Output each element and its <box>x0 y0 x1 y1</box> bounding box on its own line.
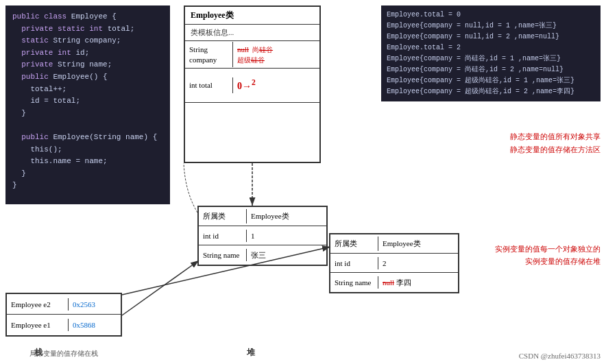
code-line-7: total++; <box>12 84 163 96</box>
stack-value-e1: 0x5868 <box>69 319 121 331</box>
instance-box-2: 所属类 Employee类 int id 2 String name null … <box>329 233 459 293</box>
code-line-12: this(); <box>12 144 163 156</box>
instance-note-2: 实例变量的值存储在堆 <box>463 255 601 268</box>
instance2-name-label: String name <box>330 276 378 289</box>
output-line-4: Employee.total = 2 <box>387 43 595 53</box>
stack-label-e2: Employee e2 <box>7 298 69 311</box>
total-value: 0→2 <box>233 76 319 95</box>
code-line-6: public Employee() { <box>12 71 163 84</box>
output-line-5: Employee{company = 尚硅谷,id = 1 ,name=张三} <box>387 53 595 64</box>
stack-value-e2: 0x2563 <box>69 298 121 311</box>
instance1-id-label: int id <box>199 230 247 242</box>
instance1-name-label: String name <box>199 249 247 261</box>
code-line-9: } <box>12 108 163 120</box>
code-line-14: } <box>12 168 163 180</box>
class-diagram: Employee类 类模板信息... Stringcompany null 尚硅… <box>184 5 321 163</box>
code-line-11: public Employee(String name) { <box>12 132 163 144</box>
instance1-name-value: 张三 <box>247 248 326 263</box>
class-subtitle: 类模板信息... <box>185 25 319 41</box>
stack-panel: Employee e2 0x2563 Employee e1 0x5868 <box>5 293 122 337</box>
output-line-3: Employee{company = null,id = 2 ,name=nul… <box>387 32 595 43</box>
instance2-class-label: 所属类 <box>330 236 378 251</box>
instance-note-1: 实例变量的值每一个对象独立的 <box>463 243 601 256</box>
instance1-class-value: Employee类 <box>247 209 326 223</box>
instance2-class-row: 所属类 Employee类 <box>330 234 458 254</box>
code-line-13: this.name = name; <box>12 156 163 168</box>
class-title: Employee类 <box>185 7 319 25</box>
instance2-id-value: 2 <box>378 257 458 269</box>
code-line-2: private static int total; <box>12 23 163 36</box>
code-line-10 <box>12 119 163 132</box>
output-line-7: Employee{company = 超级尚硅谷,id = 1 ,name=张三… <box>387 75 595 86</box>
code-line-5: private String name; <box>12 59 163 71</box>
instance-notes: 实例变量的值每一个对象独立的 实例变量的值存储在堆 <box>463 243 601 268</box>
stack-row-e2: Employee e2 0x2563 <box>7 294 121 315</box>
code-panel: public class Employee { private static i… <box>5 5 170 204</box>
instance1-name-row: String name 张三 <box>199 245 326 265</box>
stack-sublabel: 局部变量的值存储在栈 <box>5 349 122 359</box>
instance1-id-row: int id 1 <box>199 226 326 245</box>
stack-label-e1: Employee e1 <box>7 319 69 331</box>
heap-label: 堆 <box>247 347 255 359</box>
instance2-name-value: null 李四 <box>378 276 458 290</box>
svg-line-1 <box>122 260 199 315</box>
stack-box: Employee e2 0x2563 Employee e1 0x5868 <box>5 293 122 337</box>
instance2-id-row: int id 2 <box>330 254 458 273</box>
instance2-class-value: Employee类 <box>378 236 458 251</box>
code-line-8: id = total; <box>12 95 163 108</box>
code-line-4: private int id; <box>12 47 163 60</box>
output-line-8: Employee{company = 超级尚硅谷,id = 2 ,name=李四… <box>387 86 595 97</box>
code-line-15: } <box>12 180 163 192</box>
static-note-2: 静态变量的值存储在方法区 <box>381 143 601 156</box>
static-note-1: 静态变量的值所有对象共享 <box>381 130 601 143</box>
total-label: int total <box>185 77 233 93</box>
output-panel: Employee.total = 0 Employee{company = nu… <box>381 5 601 101</box>
code-line-3: static String company; <box>12 35 163 47</box>
output-line-2: Employee{company = null,id = 1 ,name=张三} <box>387 21 595 32</box>
code-line-1: public class Employee { <box>12 11 163 23</box>
instance1-class-row: 所属类 Employee类 <box>199 207 326 226</box>
company-label: Stringcompany <box>185 42 233 67</box>
company-value: null 尚硅谷 超级硅谷 <box>233 42 319 68</box>
instance1-class-label: 所属类 <box>199 209 247 223</box>
instance1-id-value: 1 <box>247 230 326 242</box>
static-notes: 静态变量的值所有对象共享 静态变量的值存储在方法区 <box>381 130 601 156</box>
instance2-id-label: int id <box>330 257 378 269</box>
watermark: CSDN @zhufei463738313 <box>519 352 601 360</box>
instance2-name-row: String name null 李四 <box>330 273 458 292</box>
class-field-company: Stringcompany null 尚硅谷 超级硅谷 <box>185 41 319 69</box>
stack-row-e1: Employee e1 0x5868 <box>7 315 121 335</box>
class-field-total: int total 0→2 <box>185 69 319 103</box>
output-line-6: Employee{company = 尚硅谷,id = 2 ,name=null… <box>387 64 595 75</box>
output-line-1: Employee.total = 0 <box>387 10 595 21</box>
instance-box-1: 所属类 Employee类 int id 1 String name 张三 <box>197 206 328 266</box>
